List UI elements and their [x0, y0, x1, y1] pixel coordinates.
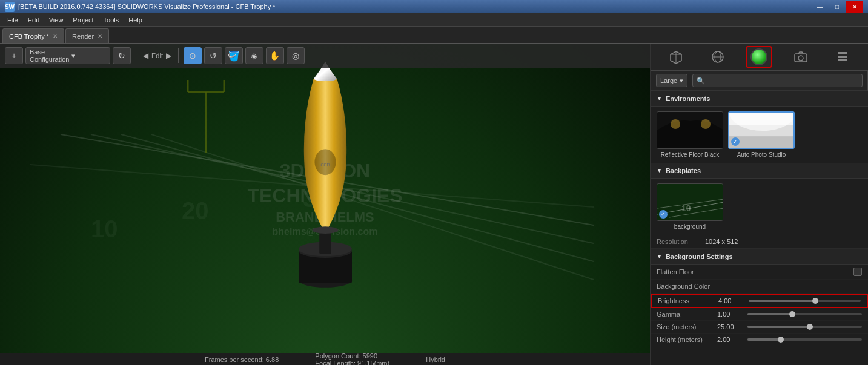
menu-project[interactable]: Project: [68, 15, 98, 25]
add-icon: +: [12, 51, 16, 61]
env-auto-photo-item[interactable]: ✓ Auto Photo Studio: [728, 111, 795, 158]
env-reflective-item[interactable]: Reflective Floor Black: [657, 111, 723, 158]
tab-render-label: Render: [72, 33, 94, 40]
viewport[interactable]: + Base Configuration ▾ ↻ ◀ Edit ▶ ⊙ ↺: [0, 44, 650, 365]
height-meters-value: 2.00: [717, 336, 747, 343]
separator2: [178, 48, 179, 63]
environment-panel-button[interactable]: [746, 46, 772, 68]
output-panel-button[interactable]: [829, 46, 856, 68]
nav-left-arrow[interactable]: ◀: [141, 51, 150, 60]
select-tool-icon: ⊙: [189, 51, 196, 61]
camera-icon: ◎: [292, 51, 299, 61]
app-icon: SW: [5, 2, 15, 12]
appearance-panel-button[interactable]: [704, 46, 731, 68]
size-meters-row: Size (meters) 25.00: [651, 321, 868, 334]
brightness-row: Brightness 4.00: [651, 294, 868, 308]
panel-search-input[interactable]: [692, 74, 863, 87]
config-value: Base Configuration: [30, 48, 69, 63]
backplates-chevron-icon: ▼: [657, 168, 662, 174]
tab-cfb-trophy-label: CFB Trophy *: [9, 33, 49, 40]
brightness-slider-thumb[interactable]: [812, 298, 818, 304]
menu-file[interactable]: File: [2, 15, 23, 25]
config-dropdown[interactable]: Base Configuration ▾: [25, 47, 110, 64]
maximize-button[interactable]: □: [829, 1, 846, 13]
add-button[interactable]: +: [5, 47, 23, 64]
panel-icon-toolbar: [651, 44, 868, 70]
tab-cfb-trophy[interactable]: CFB Trophy * ✕: [2, 28, 64, 43]
size-meters-slider-thumb[interactable]: [807, 324, 813, 330]
tab-render[interactable]: Render ✕: [65, 28, 109, 43]
env-auto-photo-thumb[interactable]: ✓: [728, 111, 795, 149]
backplate-bg-label: background: [674, 223, 706, 230]
menu-edit[interactable]: Edit: [23, 15, 44, 25]
flatten-floor-checkbox[interactable]: [853, 268, 862, 276]
camera-panel-icon: [794, 51, 807, 62]
brightness-slider[interactable]: [749, 300, 861, 302]
material-button[interactable]: 🪣: [225, 47, 243, 64]
resolution-row: Resolution 1024 x 512: [651, 235, 868, 249]
gamma-track-fill: [747, 313, 793, 315]
height-meters-label: Height (meters): [657, 336, 717, 343]
size-meters-track-fill: [747, 326, 810, 328]
svg-text:CFB: CFB: [320, 162, 330, 168]
trophy-svg: CFB: [265, 50, 386, 310]
tab-cfb-trophy-close[interactable]: ✕: [53, 33, 58, 39]
refresh-button[interactable]: ↻: [113, 47, 131, 64]
tab-render-close[interactable]: ✕: [98, 33, 102, 39]
svg-point-33: [671, 119, 680, 129]
size-dropdown[interactable]: Large ▾: [656, 74, 687, 87]
window-title: [BETA BUILD 2016.0.742.43364] SOLIDWORKS…: [18, 3, 811, 10]
environments-chevron-icon: ▼: [657, 96, 662, 102]
model-panel-button[interactable]: [663, 46, 689, 68]
environments-section-header[interactable]: ▼ Environments: [651, 91, 868, 107]
backplate-bg-check-icon: ✓: [659, 210, 668, 219]
menu-view[interactable]: View: [44, 15, 68, 25]
background-color-label: Background Color: [657, 283, 862, 290]
menu-help[interactable]: Help: [124, 15, 147, 25]
render-mode: Hybrid: [426, 356, 445, 363]
size-meters-value: 25.00: [717, 323, 747, 330]
camera-panel-button[interactable]: [787, 46, 814, 68]
environment-green-icon: [750, 48, 767, 65]
pan-tool-button[interactable]: ✋: [266, 47, 284, 64]
camera-tool-button[interactable]: ◎: [287, 47, 305, 64]
brightness-value: 4.00: [718, 297, 749, 304]
background-color-row: Background Color: [651, 280, 868, 294]
height-meters-slider-thumb[interactable]: [778, 337, 784, 343]
menu-tools[interactable]: Tools: [99, 15, 124, 25]
brightness-track-fill: [749, 300, 816, 302]
svg-point-27: [798, 56, 803, 61]
material-icon: 🪣: [228, 50, 240, 62]
close-button[interactable]: ✕: [846, 1, 863, 13]
backplate-bg-thumb[interactable]: 10 ✓: [657, 183, 723, 221]
env-reflective-preview: [657, 112, 723, 149]
fps-display: Frames per second: 6.88: [205, 356, 279, 363]
gamma-slider-thumb[interactable]: [789, 311, 795, 317]
backplates-section-header[interactable]: ▼ Backplates: [651, 163, 868, 179]
bg-settings-chevron-icon: ▼: [657, 254, 662, 260]
env-reflective-thumb[interactable]: [657, 111, 723, 149]
env-reflective-label: Reflective Floor Black: [661, 151, 720, 158]
refresh-icon: ↻: [118, 51, 125, 61]
rotate-tool-button[interactable]: ↺: [204, 47, 222, 64]
backplate-background-item[interactable]: 10 ✓ background: [657, 183, 723, 230]
background-settings-header[interactable]: ▼ Background Settings: [651, 249, 868, 265]
main-layout: + Base Configuration ▾ ↻ ◀ Edit ▶ ⊙ ↺: [0, 44, 868, 365]
rotate-icon: ↺: [210, 51, 217, 61]
nav-right-arrow[interactable]: ▶: [164, 51, 173, 60]
select-tool-button[interactable]: ⊙: [184, 47, 202, 64]
gamma-slider[interactable]: [747, 313, 862, 315]
window-controls: — □ ✕: [811, 1, 863, 13]
environments-label: Environments: [666, 95, 710, 102]
height-meters-slider[interactable]: [747, 338, 862, 341]
size-meters-slider[interactable]: [747, 326, 862, 328]
backplates-label: Backplates: [666, 167, 701, 174]
svg-rect-30: [838, 59, 847, 61]
minimize-button[interactable]: —: [811, 1, 828, 13]
separator: [136, 48, 136, 63]
3d-view-button[interactable]: ◈: [245, 47, 263, 64]
svg-text:10: 10: [681, 203, 691, 213]
backplates-thumbnails: 10 ✓ background: [651, 179, 868, 235]
right-panel: Large ▾ ▼ Environments: [650, 44, 868, 365]
layers-icon: [836, 50, 849, 64]
